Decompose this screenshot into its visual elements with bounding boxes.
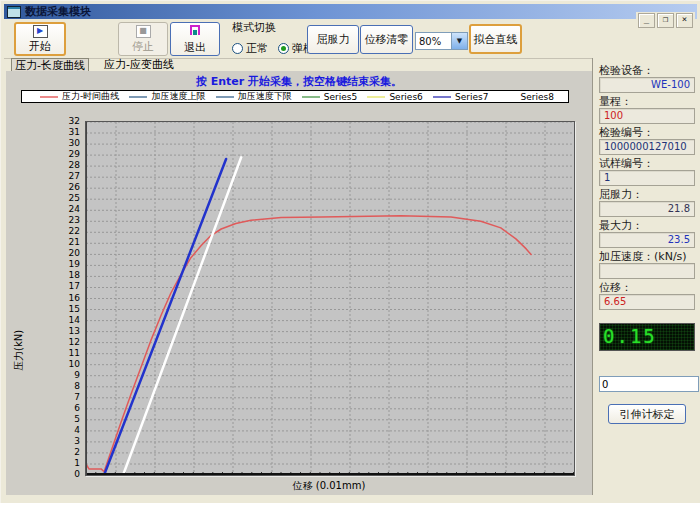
radio-normal[interactable]: 正常 — [232, 41, 268, 56]
stop-button: ■ 停止 — [118, 22, 168, 56]
legend-item: Series5 — [302, 92, 357, 102]
legend-item: 加压速度上限 — [129, 90, 205, 103]
y-tick-label: 6 — [74, 403, 80, 413]
y-tick-label: 29 — [69, 149, 80, 159]
y-tick-label: 23 — [69, 215, 80, 225]
y-tick-label: 20 — [69, 248, 80, 258]
y-tick-label: 22 — [69, 226, 80, 236]
led-display: 0.15 — [599, 323, 695, 351]
field-value[interactable]: 21.8 — [599, 201, 695, 217]
panel-field-disp: 位移：6.65 — [599, 281, 695, 310]
start-icon: ▶ — [33, 25, 48, 38]
yield-force-button[interactable]: 屈服力 — [307, 25, 359, 54]
y-tick-label: 17 — [69, 281, 80, 291]
legend-label: 压力-时间曲线 — [62, 90, 119, 103]
legend-label: Series6 — [389, 92, 422, 102]
field-label: 检验编号： — [599, 126, 695, 139]
chart-legend: 压力-时间曲线加压速度上限加压速度下限Series5Series6Series7… — [21, 90, 569, 103]
field-value[interactable]: 23.5 — [599, 232, 695, 248]
panel-field-speed: 加压速度：(kN/s) — [599, 250, 695, 279]
chevron-down-icon[interactable]: ▼ — [451, 33, 467, 49]
title-bar: 数据采集模块 — [4, 4, 697, 19]
legend-swatch-icon — [302, 96, 320, 98]
legend-item: 加压速度下限 — [216, 90, 292, 103]
field-label: 加压速度：(kN/s) — [599, 250, 695, 263]
legend-label: 加压速度下限 — [238, 90, 292, 103]
y-tick-label: 15 — [69, 304, 80, 314]
y-tick-label: 16 — [69, 293, 80, 303]
y-tick-label: 4 — [74, 425, 80, 435]
fit-line-button[interactable]: 拟合直线 — [469, 24, 522, 54]
y-tick-label: 3 — [74, 436, 80, 446]
panel-field-sample-no: 试样编号：1 — [599, 157, 695, 186]
legend-swatch-icon — [499, 96, 517, 98]
stop-button-label: 停止 — [132, 39, 154, 54]
y-tick-label: 1 — [74, 458, 80, 468]
chart-panel: 按 Enter 开始采集，按空格键结束采集。 压力-时间曲线加压速度上限加压速度… — [6, 71, 593, 495]
y-tick-label: 26 — [69, 182, 80, 192]
displacement-zero-button[interactable]: 位移清零 — [360, 25, 413, 54]
field-value[interactable]: 1000000127010 — [599, 139, 695, 155]
legend-swatch-icon — [129, 96, 147, 98]
y-tick-label: 18 — [69, 270, 80, 280]
y-tick-label: 8 — [74, 381, 80, 391]
legend-label: Series8 — [521, 92, 554, 102]
y-tick-label: 25 — [69, 193, 80, 203]
field-value[interactable]: 6.65 — [599, 294, 695, 310]
tab-force-length[interactable]: 压力-长度曲线 — [11, 58, 89, 72]
panel-field-max-force: 最大力：23.5 — [599, 219, 695, 248]
field-value[interactable]: 1 — [599, 170, 695, 186]
extensometer-calibrate-button[interactable]: 引伸计标定 — [608, 404, 686, 424]
panel-field-test-no: 检验编号：1000000127010 — [599, 126, 695, 155]
radio-normal-label: 正常 — [246, 41, 268, 56]
chart-canvas — [86, 122, 574, 475]
speed-percent-select[interactable]: 80% ▼ — [415, 32, 468, 50]
y-tick-label: 13 — [69, 326, 80, 336]
y-tick-label: 10 — [69, 359, 80, 369]
field-value[interactable]: WE-100 — [599, 77, 695, 93]
field-list: 检验设备：WE-100量程：100检验编号：1000000127010试样编号：… — [599, 64, 695, 310]
exit-button[interactable]: 退出 — [170, 22, 220, 56]
speed-percent-value: 80% — [416, 36, 451, 47]
field-value[interactable]: 100 — [599, 108, 695, 124]
panel-field-device: 检验设备：WE-100 — [599, 64, 695, 93]
y-tick-label: 0 — [74, 469, 80, 479]
app-icon — [7, 6, 21, 18]
mode-group-label: 模式切换 — [232, 21, 276, 34]
tab-stress-strain[interactable]: 应力-应变曲线 — [101, 58, 177, 71]
legend-swatch-icon — [40, 96, 58, 98]
value-input[interactable] — [599, 376, 699, 392]
legend-swatch-icon — [367, 96, 385, 98]
y-tick-label: 31 — [69, 127, 80, 137]
y-tick-label: 11 — [69, 348, 80, 358]
field-label: 位移： — [599, 281, 695, 294]
legend-item: Series6 — [367, 92, 422, 102]
field-label: 试样编号： — [599, 157, 695, 170]
yield-force-label: 屈服力 — [317, 32, 350, 47]
y-tick-label: 9 — [74, 370, 80, 380]
stop-icon: ■ — [136, 25, 151, 38]
y-tick-label: 21 — [69, 237, 80, 247]
y-axis-title: 压力(kN) — [12, 330, 26, 371]
hint-text: 按 Enter 开始采集，按空格键结束采集。 — [6, 74, 592, 89]
legend-swatch-icon — [433, 96, 451, 98]
window-title: 数据采集模块 — [25, 4, 91, 19]
y-tick-label: 5 — [74, 414, 80, 424]
toolbar: ▶ 开始 ■ 停止 退出 模式切换 正常 弹模 — [4, 19, 697, 59]
legend-item: Series8 — [499, 92, 554, 102]
field-label: 量程： — [599, 95, 695, 108]
legend-label: Series7 — [455, 92, 488, 102]
y-tick-label: 24 — [69, 204, 80, 214]
exit-icon — [188, 24, 202, 39]
y-tick-label: 28 — [69, 160, 80, 170]
plot-area[interactable] — [85, 121, 575, 476]
x-axis-title: 位移 (0.01mm) — [85, 479, 573, 493]
radio-elastic-dot — [278, 43, 289, 54]
y-tick-label: 14 — [69, 315, 80, 325]
start-button[interactable]: ▶ 开始 — [14, 22, 66, 56]
field-value[interactable] — [599, 263, 695, 279]
field-label: 最大力： — [599, 219, 695, 232]
start-button-label: 开始 — [29, 39, 51, 54]
y-tick-label: 19 — [69, 259, 80, 269]
tab-strip: 压力-长度曲线 应力-应变曲线 — [4, 58, 592, 72]
